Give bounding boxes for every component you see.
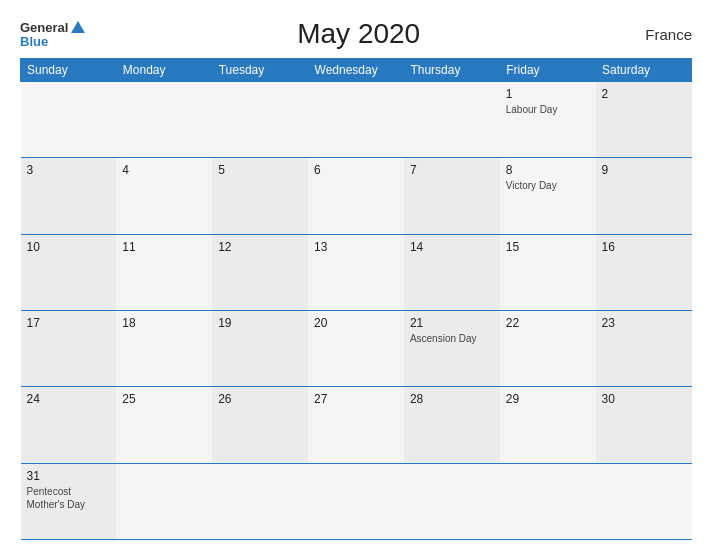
calendar-cell: 29 bbox=[500, 387, 596, 463]
calendar-cell: 27 bbox=[308, 387, 404, 463]
calendar-cell bbox=[308, 463, 404, 539]
calendar-page: General Blue May 2020 France Sunday Mond… bbox=[0, 0, 712, 550]
country-label: France bbox=[632, 26, 692, 43]
day-number: 27 bbox=[314, 392, 398, 406]
header-sunday: Sunday bbox=[21, 59, 117, 82]
day-number: 4 bbox=[122, 163, 206, 177]
day-number: 21 bbox=[410, 316, 494, 330]
day-number: 26 bbox=[218, 392, 302, 406]
calendar-cell: 3 bbox=[21, 158, 117, 234]
day-number: 28 bbox=[410, 392, 494, 406]
calendar-cell bbox=[21, 82, 117, 158]
header-wednesday: Wednesday bbox=[308, 59, 404, 82]
calendar-cell: 4 bbox=[116, 158, 212, 234]
day-number: 17 bbox=[27, 316, 111, 330]
day-number: 11 bbox=[122, 240, 206, 254]
calendar-cell: 5 bbox=[212, 158, 308, 234]
calendar-week-row: 24252627282930 bbox=[21, 387, 692, 463]
calendar-cell: 28 bbox=[404, 387, 500, 463]
calendar-week-row: 345678Victory Day9 bbox=[21, 158, 692, 234]
calendar-cell bbox=[404, 82, 500, 158]
day-number: 5 bbox=[218, 163, 302, 177]
calendar-cell: 13 bbox=[308, 234, 404, 310]
calendar-cell: 15 bbox=[500, 234, 596, 310]
logo-triangle-icon bbox=[71, 21, 85, 33]
day-number: 30 bbox=[602, 392, 686, 406]
calendar-cell: 6 bbox=[308, 158, 404, 234]
logo-blue-text: Blue bbox=[20, 35, 48, 48]
day-number: 18 bbox=[122, 316, 206, 330]
calendar-cell: 22 bbox=[500, 310, 596, 386]
calendar-cell: 20 bbox=[308, 310, 404, 386]
calendar-week-row: 31Pentecost Mother's Day bbox=[21, 463, 692, 539]
calendar-cell bbox=[596, 463, 692, 539]
calendar-cell: 23 bbox=[596, 310, 692, 386]
day-event: Pentecost Mother's Day bbox=[27, 485, 111, 511]
logo: General Blue bbox=[20, 21, 85, 48]
day-number: 31 bbox=[27, 469, 111, 483]
calendar-header: General Blue May 2020 France bbox=[20, 18, 692, 50]
calendar-cell bbox=[308, 82, 404, 158]
calendar-cell: 16 bbox=[596, 234, 692, 310]
day-event: Ascension Day bbox=[410, 332, 494, 345]
calendar-cell: 24 bbox=[21, 387, 117, 463]
day-number: 1 bbox=[506, 87, 590, 101]
day-number: 19 bbox=[218, 316, 302, 330]
day-number: 22 bbox=[506, 316, 590, 330]
calendar-cell: 1Labour Day bbox=[500, 82, 596, 158]
day-number: 7 bbox=[410, 163, 494, 177]
calendar-cell: 19 bbox=[212, 310, 308, 386]
calendar-cell bbox=[500, 463, 596, 539]
day-number: 3 bbox=[27, 163, 111, 177]
calendar-cell: 26 bbox=[212, 387, 308, 463]
calendar-table: Sunday Monday Tuesday Wednesday Thursday… bbox=[20, 58, 692, 540]
calendar-cell: 12 bbox=[212, 234, 308, 310]
day-number: 14 bbox=[410, 240, 494, 254]
day-number: 23 bbox=[602, 316, 686, 330]
calendar-cell: 21Ascension Day bbox=[404, 310, 500, 386]
calendar-cell: 31Pentecost Mother's Day bbox=[21, 463, 117, 539]
day-number: 8 bbox=[506, 163, 590, 177]
day-number: 13 bbox=[314, 240, 398, 254]
calendar-cell: 30 bbox=[596, 387, 692, 463]
calendar-cell bbox=[212, 82, 308, 158]
calendar-cell: 18 bbox=[116, 310, 212, 386]
calendar-cell: 17 bbox=[21, 310, 117, 386]
calendar-cell: 9 bbox=[596, 158, 692, 234]
calendar-cell bbox=[404, 463, 500, 539]
day-number: 20 bbox=[314, 316, 398, 330]
day-number: 12 bbox=[218, 240, 302, 254]
header-tuesday: Tuesday bbox=[212, 59, 308, 82]
day-number: 16 bbox=[602, 240, 686, 254]
calendar-cell: 11 bbox=[116, 234, 212, 310]
header-monday: Monday bbox=[116, 59, 212, 82]
day-number: 6 bbox=[314, 163, 398, 177]
day-event: Victory Day bbox=[506, 179, 590, 192]
calendar-cell: 14 bbox=[404, 234, 500, 310]
day-number: 10 bbox=[27, 240, 111, 254]
day-number: 9 bbox=[602, 163, 686, 177]
calendar-week-row: 1718192021Ascension Day2223 bbox=[21, 310, 692, 386]
day-number: 2 bbox=[602, 87, 686, 101]
day-number: 24 bbox=[27, 392, 111, 406]
calendar-cell: 8Victory Day bbox=[500, 158, 596, 234]
header-friday: Friday bbox=[500, 59, 596, 82]
calendar-cell: 25 bbox=[116, 387, 212, 463]
calendar-cell: 7 bbox=[404, 158, 500, 234]
calendar-week-row: 1Labour Day2 bbox=[21, 82, 692, 158]
day-number: 15 bbox=[506, 240, 590, 254]
calendar-cell bbox=[212, 463, 308, 539]
calendar-cell: 2 bbox=[596, 82, 692, 158]
day-event: Labour Day bbox=[506, 103, 590, 116]
day-number: 25 bbox=[122, 392, 206, 406]
logo-general-text: General bbox=[20, 21, 68, 34]
calendar-cell: 10 bbox=[21, 234, 117, 310]
calendar-week-row: 10111213141516 bbox=[21, 234, 692, 310]
day-number: 29 bbox=[506, 392, 590, 406]
calendar-cell bbox=[116, 463, 212, 539]
header-saturday: Saturday bbox=[596, 59, 692, 82]
calendar-cell bbox=[116, 82, 212, 158]
days-header-row: Sunday Monday Tuesday Wednesday Thursday… bbox=[21, 59, 692, 82]
calendar-title: May 2020 bbox=[85, 18, 632, 50]
header-thursday: Thursday bbox=[404, 59, 500, 82]
